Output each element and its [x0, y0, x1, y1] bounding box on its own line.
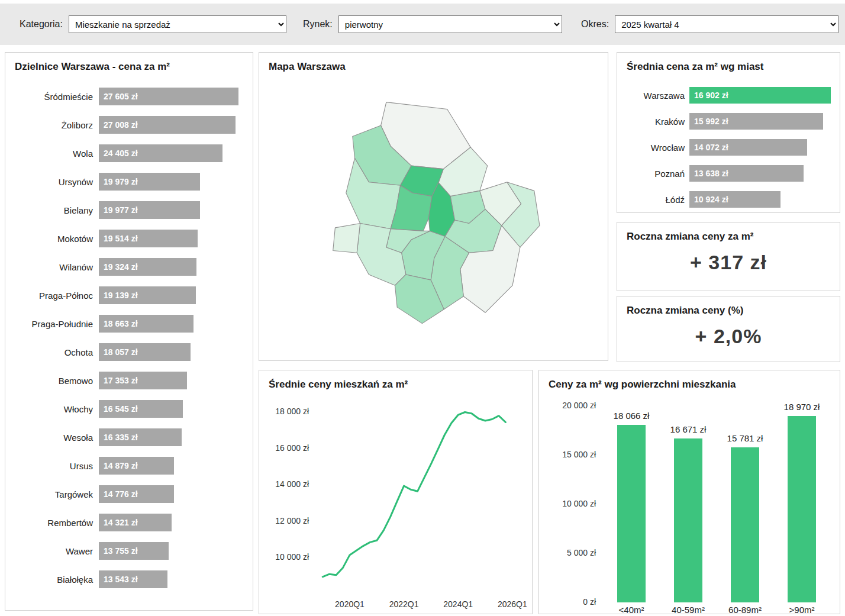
- yearly-change-pct-value: + 2,0%: [617, 325, 840, 348]
- area-bar-3[interactable]: [731, 447, 759, 602]
- district-bar-bemowo[interactable]: 17 353 zł: [99, 372, 187, 389]
- city-bar-value: 13 638 zł: [689, 169, 728, 178]
- district-label: Praga-Południe: [5, 319, 99, 329]
- city-row: Poznań13 638 zł: [617, 160, 837, 186]
- district-row: Ursynów19 979 zł: [5, 167, 250, 196]
- district-row: Włochy16 545 zł: [5, 395, 250, 423]
- area-bar-1[interactable]: [617, 425, 646, 602]
- district-bar-track: 19 977 zł: [99, 201, 250, 219]
- district-bar-praga-południe[interactable]: 18 663 zł: [99, 315, 193, 333]
- district-bar-track: 19 139 zł: [99, 286, 250, 304]
- district-bar-bielany[interactable]: 19 977 zł: [99, 201, 200, 219]
- district-label: Wawer: [5, 546, 99, 556]
- yearly-change-abs-value: + 317 zł: [617, 251, 840, 274]
- city-row: Łódź10 924 zł: [617, 186, 837, 212]
- district-row: Mokotów19 514 zł: [5, 224, 250, 253]
- district-label: Ursynów: [5, 177, 99, 187]
- district-bar-targówek[interactable]: 14 776 zł: [99, 485, 174, 503]
- district-bar-wilanów[interactable]: 19 324 zł: [99, 258, 196, 276]
- district-row: Bielany19 977 zł: [5, 196, 250, 224]
- district-row: Żoliborz27 008 zł: [5, 111, 250, 139]
- area-bar-4[interactable]: [788, 416, 816, 602]
- district-bar-value: 13 755 zł: [99, 546, 138, 556]
- district-bar-track: 16 335 zł: [99, 428, 250, 446]
- filter-toolbar: Kategoria: Mieszkanie na sprzedaż Rynek:…: [0, 4, 845, 45]
- districts-panel-title: Dzielnice Warszawa - cena za m²: [5, 53, 253, 75]
- districts-bar-chart: Śródmieście27 605 złŻoliborz27 008 złWol…: [5, 82, 250, 594]
- district-bar-mokotów[interactable]: 19 514 zł: [99, 230, 198, 247]
- city-label: Warszawa: [617, 91, 689, 101]
- cities-panel-title: Średnia cena za m² wg miast: [617, 53, 840, 75]
- city-bar-track: 14 072 zł: [689, 139, 837, 156]
- district-row: Śródmieście27 605 zł: [5, 82, 250, 111]
- district-bar-włochy[interactable]: 16 545 zł: [99, 400, 183, 418]
- area-y-tick: 15 000 zł: [543, 450, 596, 459]
- district-bar-wawer[interactable]: 13 755 zł: [99, 542, 169, 560]
- filter-kategoria: Kategoria: Mieszkanie na sprzedaż: [20, 4, 286, 45]
- district-bar-ursynów[interactable]: 19 979 zł: [99, 173, 200, 191]
- district-bar-value: 16 545 zł: [99, 404, 138, 414]
- district-bar-track: 19 979 zł: [99, 173, 250, 191]
- trend-line-chart: 10 000 zł12 000 zł14 000 zł16 000 zł18 0…: [259, 370, 533, 615]
- district-bar-rembertów[interactable]: 14 321 zł: [99, 514, 172, 531]
- area-y-tick: 0 zł: [543, 597, 596, 607]
- district-bar-track: 24 405 zł: [99, 144, 250, 162]
- district-label: Bielany: [5, 205, 99, 215]
- trend-x-tick: 2024Q1: [443, 599, 473, 609]
- cities-bar-panel: Średnia cena za m² wg miast Warszawa16 9…: [617, 52, 840, 213]
- district-bar-value: 19 979 zł: [99, 177, 138, 186]
- district-bar-ursus[interactable]: 14 879 zł: [99, 457, 174, 475]
- district-row: Białołęka13 543 zł: [5, 565, 250, 594]
- district-label: Żoliborz: [5, 120, 99, 130]
- city-label: Łódź: [617, 195, 689, 205]
- district-bar-value: 14 776 zł: [99, 489, 138, 499]
- district-bar-track: 27 605 zł: [99, 88, 250, 105]
- yearly-change-abs-panel: Roczna zmiana ceny za m² + 317 zł: [617, 222, 840, 291]
- city-bar-łódź[interactable]: 10 924 zł: [689, 191, 781, 208]
- district-bar-track: 14 879 zł: [99, 457, 250, 475]
- city-bar-kraków[interactable]: 15 992 zł: [689, 113, 823, 130]
- district-bar-żoliborz[interactable]: 27 008 zł: [99, 116, 236, 134]
- area-bar-2[interactable]: [674, 438, 702, 602]
- trend-y-tick: 12 000 zł: [275, 516, 309, 525]
- trend-y-tick: 16 000 zł: [275, 443, 309, 453]
- district-bar-track: 13 755 zł: [99, 542, 250, 560]
- district-bar-value: 19 324 zł: [99, 262, 138, 272]
- district-label: Praga-Północ: [5, 291, 99, 301]
- district-label: Włochy: [5, 404, 99, 414]
- city-label: Wrocław: [617, 143, 689, 153]
- district-bar-białołęka[interactable]: 13 543 zł: [99, 570, 167, 588]
- city-bar-value: 16 902 zł: [689, 91, 728, 100]
- district-bar-value: 27 008 zł: [99, 120, 138, 130]
- district-bar-śródmieście[interactable]: 27 605 zł: [99, 88, 238, 105]
- city-label: Kraków: [617, 117, 689, 127]
- district-bar-ochota[interactable]: 18 057 zł: [99, 343, 191, 361]
- trend-x-tick: 2026Q1: [498, 599, 527, 609]
- map-region-ursus[interactable]: [333, 224, 360, 253]
- district-row: Praga-Południe18 663 zł: [5, 309, 250, 338]
- district-label: Mokotów: [5, 234, 99, 244]
- district-bar-wola[interactable]: 24 405 zł: [99, 144, 222, 162]
- filter-okres-select[interactable]: 2025 kwartał 4: [615, 15, 838, 33]
- district-label: Wilanów: [5, 262, 99, 272]
- filter-rynek-select[interactable]: pierwotny: [338, 15, 562, 33]
- city-bar-wrocław[interactable]: 14 072 zł: [689, 139, 807, 156]
- district-label: Rembertów: [5, 518, 99, 528]
- district-label: Białołęka: [5, 575, 99, 585]
- district-bar-value: 14 879 zł: [99, 461, 138, 470]
- district-label: Targówek: [5, 489, 99, 499]
- area-bar-value: 18 970 zł: [766, 402, 837, 412]
- filter-kategoria-select[interactable]: Mieszkanie na sprzedaż: [69, 15, 286, 33]
- district-bar-wesoła[interactable]: 16 335 zł: [99, 428, 182, 446]
- district-bar-track: 17 353 zł: [99, 372, 250, 389]
- district-row: Ursus14 879 zł: [5, 451, 250, 480]
- filter-rynek-label: Rynek:: [303, 19, 333, 30]
- district-bar-value: 17 353 zł: [99, 376, 138, 385]
- trend-line[interactable]: [322, 412, 505, 577]
- map-panel-title: Mapa Warszawa: [259, 53, 608, 75]
- district-bar-praga-północ[interactable]: 19 139 zł: [99, 286, 196, 304]
- trend-x-tick: 2020Q1: [335, 599, 365, 609]
- city-bar-warszawa[interactable]: 16 902 zł: [689, 87, 831, 104]
- city-bar-track: 16 902 zł: [689, 87, 837, 104]
- city-bar-poznań[interactable]: 13 638 zł: [689, 165, 804, 182]
